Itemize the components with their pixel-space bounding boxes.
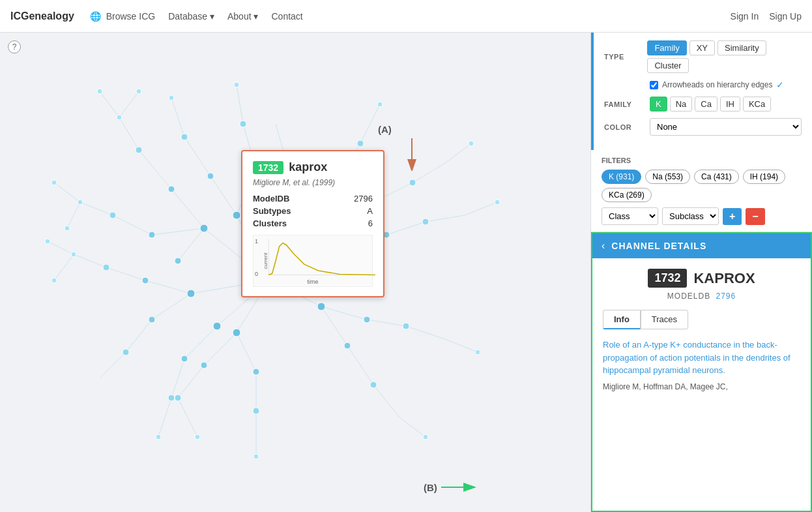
svg-line-55 <box>54 183 80 202</box>
svg-line-42 <box>100 352 126 378</box>
family-na-btn[interactable]: Na <box>670 97 693 112</box>
graph-area[interactable]: ? <box>0 33 590 512</box>
color-control-row: COLOR NoneFamilyClusterSubtype <box>604 118 802 136</box>
svg-line-17 <box>321 307 367 320</box>
type-similarity-btn[interactable]: Similarity <box>718 40 766 55</box>
auth-buttons: Sign In Sign Up <box>731 11 802 22</box>
channel-id-row: 1732 KAPROX <box>603 269 800 288</box>
annotation-arrow-a <box>399 138 425 171</box>
svg-point-103 <box>97 89 102 94</box>
channel-details-header: ‹ CHANNEL DETAILS <box>592 233 811 258</box>
annotation-a: (A) <box>378 124 392 135</box>
channel-id-badge: 1732 <box>648 269 687 288</box>
svg-point-91 <box>123 349 129 355</box>
browse-icg-link[interactable]: 🌐 Browse ICG <box>90 11 155 22</box>
filters-title: FILTERS <box>602 157 802 164</box>
svg-point-108 <box>71 252 76 257</box>
svg-line-43 <box>158 398 171 437</box>
svg-line-18 <box>321 307 347 346</box>
tooltip-value-modeldb: 2796 <box>354 194 373 203</box>
brand[interactable]: ICGenealogy <box>10 10 74 22</box>
contact-link[interactable]: Contact <box>271 11 302 22</box>
svg-point-90 <box>103 264 109 271</box>
tab-info[interactable]: Info <box>603 310 641 329</box>
filter-add-btn[interactable]: + <box>723 208 742 225</box>
svg-line-59 <box>445 143 471 163</box>
filter-ca-tag[interactable]: Ca (431) <box>694 170 739 184</box>
tooltip-value-subtypes: A <box>367 206 373 216</box>
globe-icon: 🌐 <box>90 11 101 22</box>
svg-point-110 <box>51 278 57 283</box>
filter-subclass-select[interactable]: SubclassClassFamily <box>662 207 719 225</box>
filter-kca-tag[interactable]: KCa (269) <box>602 188 652 202</box>
svg-line-48 <box>426 215 465 222</box>
svg-point-117 <box>195 434 200 440</box>
annotation-arrow-b <box>441 481 480 494</box>
annotation-b: (B) <box>424 481 480 494</box>
arrowheads-checkbox[interactable] <box>650 81 658 89</box>
filter-class-select[interactable]: ClassSubclassFamily <box>602 207 658 225</box>
channel-back-btn[interactable]: ‹ <box>602 240 605 252</box>
arrowheads-label: Arrowheads on hierarchy edges <box>662 80 772 89</box>
signin-link[interactable]: Sign In <box>731 11 759 22</box>
svg-point-111 <box>469 141 474 146</box>
svg-line-11 <box>210 176 237 215</box>
type-family-btn[interactable]: Family <box>647 40 686 55</box>
svg-point-73 <box>149 232 155 238</box>
channel-details-title: CHANNEL DETAILS <box>611 241 706 251</box>
family-ih-btn[interactable]: IH <box>720 97 740 112</box>
tab-traces[interactable]: Traces <box>641 310 688 329</box>
channel-authors: Migliore M, Hoffman DA, Magee JC, <box>603 382 800 391</box>
svg-point-65 <box>233 211 240 219</box>
svg-point-109 <box>45 239 50 244</box>
svg-line-56 <box>67 202 80 228</box>
svg-point-95 <box>370 382 377 388</box>
svg-line-20 <box>237 333 256 372</box>
filter-na-tag[interactable]: Na (553) <box>645 170 690 184</box>
svg-point-97 <box>422 218 429 225</box>
filter-k-tag[interactable]: K (931) <box>602 170 641 184</box>
channel-modeldb-link[interactable]: 2796 <box>716 292 736 301</box>
tooltip-id-badge: 1732 <box>253 161 283 174</box>
filter-ih-tag[interactable]: IH (194) <box>743 170 785 184</box>
right-panel: TYPE Family XY Similarity Cluster Arrowh… <box>590 33 812 512</box>
svg-line-22 <box>152 294 191 320</box>
svg-line-25 <box>113 215 152 235</box>
signup-link[interactable]: Sign Up <box>769 11 802 22</box>
channel-modeldb-row: MODELDB 2796 <box>603 292 800 301</box>
svg-point-104 <box>136 89 141 94</box>
about-menu[interactable]: About ▾ <box>227 11 258 22</box>
svg-line-57 <box>48 241 74 254</box>
type-cluster-btn[interactable]: Cluster <box>647 58 688 73</box>
tooltip-label-modeldb: ModelDB <box>253 194 289 203</box>
database-menu[interactable]: Database ▾ <box>168 11 214 22</box>
svg-line-23 <box>184 326 217 359</box>
svg-point-98 <box>409 179 416 186</box>
chart-y-label: current <box>263 253 268 269</box>
help-icon[interactable]: ? <box>8 40 21 53</box>
type-xy-btn[interactable]: XY <box>689 40 715 55</box>
channel-description[interactable]: Role of an A-type K+ conductance in the … <box>603 340 790 375</box>
filter-remove-btn[interactable]: − <box>746 208 764 225</box>
family-kca-btn[interactable]: KCa <box>743 97 771 112</box>
color-select[interactable]: NoneFamilyClusterSubtype <box>650 118 802 136</box>
filter-dropdowns: ClassSubclassFamily SubclassClassFamily … <box>602 207 802 225</box>
svg-line-47 <box>406 326 445 339</box>
family-ca-btn[interactable]: Ca <box>695 97 718 112</box>
svg-point-85 <box>142 277 149 284</box>
svg-point-89 <box>109 212 116 218</box>
navbar: ICGenealogy 🌐 Browse ICG Database ▾ Abou… <box>0 0 812 33</box>
svg-line-33 <box>347 346 373 385</box>
svg-line-8 <box>171 189 204 228</box>
tooltip-value-clusters: 6 <box>368 218 373 228</box>
svg-line-9 <box>152 228 204 235</box>
svg-line-52 <box>237 85 243 124</box>
family-k-btn[interactable]: K <box>650 97 667 112</box>
svg-point-84 <box>253 369 259 375</box>
svg-point-81 <box>364 316 370 323</box>
svg-point-119 <box>234 82 239 87</box>
svg-point-75 <box>207 173 214 179</box>
svg-point-112 <box>495 200 500 205</box>
svg-point-115 <box>254 454 259 459</box>
svg-point-116 <box>156 434 161 440</box>
